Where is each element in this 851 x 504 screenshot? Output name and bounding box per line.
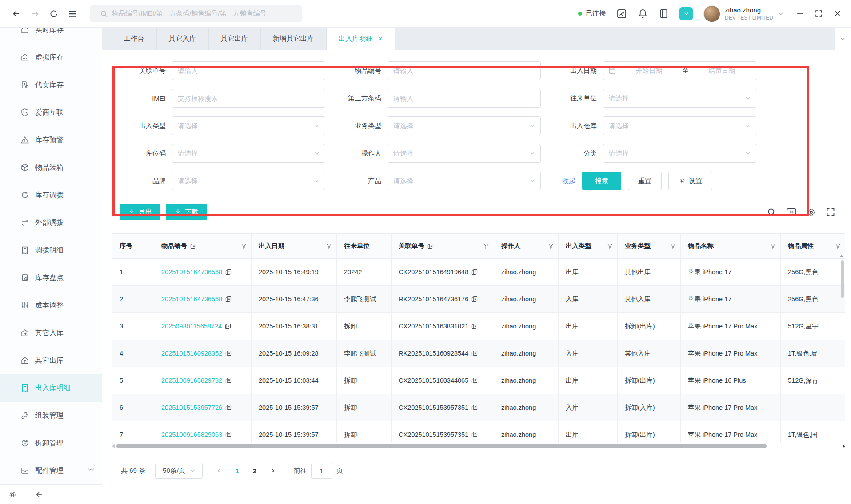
sidebar-item-stock-alert[interactable]: 库存预警	[0, 126, 102, 154]
journal-icon[interactable]	[659, 8, 669, 19]
sidebar-item-external-transfer[interactable]: 外部调拨	[0, 209, 102, 236]
copy-icon[interactable]	[225, 350, 232, 356]
io-type-select[interactable]: 请选择	[172, 116, 325, 135]
table-search-icon[interactable]	[767, 208, 776, 217]
tab-list-dropdown[interactable]	[835, 28, 851, 50]
filter-funnel-icon[interactable]	[770, 243, 776, 249]
page-2-button[interactable]: 2	[252, 467, 256, 475]
copy-icon[interactable]	[225, 404, 232, 411]
page-size-select[interactable]: 50条/页	[155, 463, 203, 479]
tab-workbench[interactable]: 工作台	[112, 28, 157, 50]
tab-other-inbound[interactable]: 其它入库	[157, 28, 209, 50]
category-select[interactable]: 请选择	[603, 144, 756, 163]
scroll-right-arrow-icon[interactable]	[843, 444, 845, 448]
sidebar-item-stocktaking[interactable]: 库存盘点	[0, 264, 102, 292]
bell-icon[interactable]	[638, 8, 648, 19]
third-barcode-input[interactable]	[393, 95, 535, 102]
forward-button[interactable]	[28, 6, 43, 21]
copy-icon[interactable]	[471, 323, 478, 329]
copy-icon[interactable]	[190, 243, 196, 249]
copy-icon[interactable]	[471, 269, 478, 275]
copy-icon[interactable]	[225, 377, 232, 384]
table-settings-gear-icon[interactable]	[807, 208, 816, 217]
close-button[interactable]	[834, 10, 841, 17]
item-no-link[interactable]: 20251009165829732	[161, 377, 222, 384]
sidebar-item-virtual-stock[interactable]: 虚拟库存	[0, 44, 102, 71]
filter-funnel-icon[interactable]	[670, 243, 676, 249]
gear-icon[interactable]	[8, 490, 17, 499]
filter-funnel-icon[interactable]	[548, 243, 554, 249]
search-button[interactable]: 搜索	[582, 172, 621, 190]
tab-other-outbound[interactable]: 其它出库	[209, 28, 261, 50]
filter-funnel-icon[interactable]	[835, 243, 841, 249]
translate-icon[interactable]	[616, 8, 627, 19]
bin-code-select[interactable]: 请选择	[172, 144, 325, 163]
user-menu[interactable]: zihao.zhong DEV TEST LIMITED	[703, 5, 784, 22]
product-select[interactable]: 请选择	[388, 172, 541, 190]
sidebar-item-accessories[interactable]: 配件管理	[0, 457, 102, 484]
ref-no-input[interactable]	[178, 67, 320, 75]
horizontal-scrollbar[interactable]	[112, 443, 845, 450]
date-range-picker[interactable]: 开始日期 至 结束日期	[603, 61, 756, 80]
sidebar-item-aishang-link[interactable]: 爱商互联	[0, 99, 102, 126]
item-no-link[interactable]: 20251009165829063	[161, 431, 222, 438]
copy-icon[interactable]	[225, 432, 232, 438]
prev-page-icon[interactable]	[216, 468, 222, 474]
sidebar-item-transfer-detail[interactable]: 调拨明细	[0, 236, 102, 264]
collapse-sidebar-icon[interactable]	[35, 490, 44, 499]
export-button[interactable]: 导出	[120, 204, 160, 220]
close-tab-icon[interactable]: ✕	[378, 36, 383, 42]
sidebar-item-inout-detail[interactable]: 出入库明细	[0, 374, 102, 402]
copy-icon[interactable]	[471, 296, 478, 302]
filter-funnel-icon[interactable]	[607, 243, 613, 249]
table-row[interactable]: 3 20250930115658724 2025-10-15 16:38:31 …	[112, 313, 845, 340]
density-icon[interactable]	[787, 208, 796, 216]
goto-page-input[interactable]	[311, 463, 332, 479]
table-row[interactable]: 1 20251015164736568 2025-10-15 16:49:19 …	[112, 259, 845, 286]
copy-icon[interactable]	[471, 350, 478, 356]
minimize-button[interactable]	[796, 10, 804, 17]
table-row[interactable]: 5 20251009165829732 2025-10-15 16:03:44 …	[112, 367, 845, 394]
chevron-double-down-icon[interactable]	[88, 468, 95, 473]
maximize-button[interactable]	[815, 10, 823, 17]
copy-icon[interactable]	[225, 323, 231, 329]
item-no-link[interactable]: 20251015164736568	[161, 268, 222, 276]
download-button[interactable]: 下载	[166, 204, 207, 220]
tab-new-other-outbound[interactable]: 新增其它出库	[261, 28, 327, 50]
filter-funnel-icon[interactable]	[483, 243, 489, 249]
sidebar-item-other-outbound[interactable]: 其它出库	[0, 347, 102, 374]
copy-icon[interactable]	[471, 404, 478, 411]
imei-input[interactable]	[178, 95, 320, 102]
filter-funnel-icon[interactable]	[241, 243, 247, 249]
sidebar-item-disassembly[interactable]: 拆卸管理	[0, 429, 102, 457]
scroll-left-arrow-icon[interactable]	[112, 444, 115, 448]
reset-button[interactable]: 重置	[628, 172, 662, 190]
table-row[interactable]: 6 20251015153957726 2025-10-15 15:39:57 …	[112, 394, 845, 421]
copy-icon[interactable]	[225, 296, 232, 302]
copy-icon[interactable]	[427, 243, 434, 249]
settings-button[interactable]: 设置	[668, 172, 712, 190]
brand-select[interactable]: 请选择	[172, 172, 325, 190]
item-no-link[interactable]: 20251015164736568	[161, 296, 222, 303]
workspace-switch-button[interactable]	[679, 7, 693, 20]
operator-select[interactable]: 请选择	[388, 144, 541, 163]
partner-select[interactable]: 请选择	[603, 89, 756, 108]
sidebar-item-assembly[interactable]: 组装管理	[0, 402, 102, 429]
warehouse-select[interactable]: 请选择	[603, 116, 756, 135]
horizontal-scrollbar-thumb[interactable]	[116, 444, 767, 448]
filter-funnel-icon[interactable]	[326, 243, 332, 249]
tab-inout-detail[interactable]: 出入库明细 ✕	[327, 28, 395, 50]
item-no-link[interactable]: 20250930115658724	[161, 323, 222, 330]
item-no-link[interactable]: 20251015153957726	[161, 404, 222, 411]
biz-type-select[interactable]: 请选择	[388, 116, 541, 135]
copy-icon[interactable]	[471, 377, 478, 384]
fullscreen-icon[interactable]	[826, 208, 835, 216]
collapse-filters-link[interactable]: 收起	[562, 177, 575, 185]
next-page-icon[interactable]	[270, 468, 276, 474]
item-no-link[interactable]: 20251015160928352	[161, 350, 222, 357]
sidebar-item-other-inbound[interactable]: 其它入库	[0, 319, 102, 347]
copy-icon[interactable]	[471, 432, 478, 438]
menu-button[interactable]	[65, 6, 80, 21]
copy-icon[interactable]	[225, 269, 232, 275]
table-row[interactable]: 7 20251009165829063 2025-10-15 15:39:57 …	[112, 421, 845, 443]
